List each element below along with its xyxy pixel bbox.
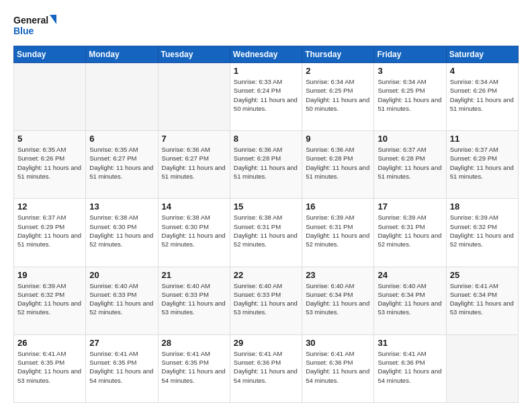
day-info: Sunrise: 6:41 AMSunset: 6:36 PMDaylight:… (306, 349, 370, 385)
day-number: 12 (17, 201, 82, 212)
calendar-cell: 7Sunrise: 6:36 AMSunset: 6:27 PMDaylight… (158, 131, 230, 199)
day-info: Sunrise: 6:35 AMSunset: 6:26 PMDaylight:… (17, 145, 82, 181)
day-info: Sunrise: 6:39 AMSunset: 6:32 PMDaylight:… (450, 213, 515, 248)
day-info: Sunrise: 6:33 AMSunset: 6:24 PMDaylight:… (234, 77, 298, 113)
day-info: Sunrise: 6:38 AMSunset: 6:30 PMDaylight:… (89, 213, 154, 248)
calendar-cell: 19Sunrise: 6:39 AMSunset: 6:32 PMDayligh… (14, 267, 86, 334)
col-header-wednesday: Wednesday (230, 46, 302, 63)
calendar-cell: 30Sunrise: 6:41 AMSunset: 6:36 PMDayligh… (302, 334, 374, 402)
day-info: Sunrise: 6:37 AMSunset: 6:29 PMDaylight:… (17, 213, 82, 248)
day-info: Sunrise: 6:41 AMSunset: 6:34 PMDaylight:… (450, 281, 515, 317)
calendar-cell: 26Sunrise: 6:41 AMSunset: 6:35 PMDayligh… (14, 334, 86, 402)
day-info: Sunrise: 6:34 AMSunset: 6:26 PMDaylight:… (450, 77, 515, 113)
day-info: Sunrise: 6:38 AMSunset: 6:31 PMDaylight:… (234, 213, 298, 248)
day-number: 2 (306, 66, 370, 76)
day-info: Sunrise: 6:37 AMSunset: 6:29 PMDaylight:… (450, 145, 515, 181)
day-info: Sunrise: 6:41 AMSunset: 6:35 PMDaylight:… (162, 349, 226, 385)
day-number: 31 (378, 338, 442, 348)
col-header-tuesday: Tuesday (158, 46, 230, 63)
col-header-monday: Monday (86, 46, 158, 63)
day-number: 25 (450, 270, 515, 280)
day-number: 13 (89, 201, 154, 212)
calendar-week-5: 26Sunrise: 6:41 AMSunset: 6:35 PMDayligh… (14, 334, 519, 402)
day-number: 8 (234, 134, 298, 144)
day-number: 26 (17, 338, 82, 348)
day-number: 15 (234, 201, 298, 212)
day-number: 5 (17, 134, 82, 144)
calendar-cell: 21Sunrise: 6:40 AMSunset: 6:33 PMDayligh… (158, 267, 230, 334)
day-number: 18 (450, 201, 515, 212)
day-info: Sunrise: 6:41 AMSunset: 6:35 PMDaylight:… (17, 349, 82, 385)
calendar-cell: 22Sunrise: 6:40 AMSunset: 6:33 PMDayligh… (230, 267, 302, 334)
day-number: 19 (17, 270, 82, 280)
day-info: Sunrise: 6:39 AMSunset: 6:31 PMDaylight:… (378, 213, 442, 248)
day-info: Sunrise: 6:35 AMSunset: 6:27 PMDaylight:… (89, 145, 154, 181)
calendar-week-4: 19Sunrise: 6:39 AMSunset: 6:32 PMDayligh… (14, 267, 519, 334)
day-number: 20 (89, 270, 154, 280)
calendar-cell: 17Sunrise: 6:39 AMSunset: 6:31 PMDayligh… (374, 199, 446, 267)
day-number: 7 (162, 134, 226, 144)
calendar-cell: 14Sunrise: 6:38 AMSunset: 6:30 PMDayligh… (158, 199, 230, 267)
calendar-cell: 9Sunrise: 6:36 AMSunset: 6:28 PMDaylight… (302, 131, 374, 199)
day-info: Sunrise: 6:40 AMSunset: 6:33 PMDaylight:… (89, 281, 154, 317)
day-number: 14 (162, 201, 226, 212)
calendar-cell: 16Sunrise: 6:39 AMSunset: 6:31 PMDayligh… (302, 199, 374, 267)
svg-marker-2 (50, 15, 56, 24)
calendar-cell: 15Sunrise: 6:38 AMSunset: 6:31 PMDayligh… (230, 199, 302, 267)
day-number: 6 (89, 134, 154, 144)
calendar-cell: 4Sunrise: 6:34 AMSunset: 6:26 PMDaylight… (446, 63, 518, 131)
svg-text:General: General (13, 15, 48, 26)
day-info: Sunrise: 6:41 AMSunset: 6:35 PMDaylight:… (89, 349, 154, 385)
day-number: 24 (378, 270, 442, 280)
calendar-cell: 13Sunrise: 6:38 AMSunset: 6:30 PMDayligh… (86, 199, 158, 267)
day-number: 10 (378, 134, 442, 144)
calendar-cell: 1Sunrise: 6:33 AMSunset: 6:24 PMDaylight… (230, 63, 302, 131)
calendar-cell: 6Sunrise: 6:35 AMSunset: 6:27 PMDaylight… (86, 131, 158, 199)
day-number: 28 (162, 338, 226, 348)
day-info: Sunrise: 6:41 AMSunset: 6:36 PMDaylight:… (234, 349, 298, 385)
calendar-cell: 5Sunrise: 6:35 AMSunset: 6:26 PMDaylight… (14, 131, 86, 199)
day-number: 30 (306, 338, 370, 348)
col-header-friday: Friday (374, 46, 446, 63)
calendar-cell: 23Sunrise: 6:40 AMSunset: 6:34 PMDayligh… (302, 267, 374, 334)
calendar-cell: 3Sunrise: 6:34 AMSunset: 6:25 PMDaylight… (374, 63, 446, 131)
day-info: Sunrise: 6:40 AMSunset: 6:34 PMDaylight:… (306, 281, 370, 317)
calendar-cell: 8Sunrise: 6:36 AMSunset: 6:28 PMDaylight… (230, 131, 302, 199)
logo: GeneralBlue (13, 12, 60, 39)
day-number: 23 (306, 270, 370, 280)
col-header-thursday: Thursday (302, 46, 374, 63)
day-info: Sunrise: 6:36 AMSunset: 6:28 PMDaylight:… (234, 145, 298, 181)
calendar-week-3: 12Sunrise: 6:37 AMSunset: 6:29 PMDayligh… (14, 199, 519, 267)
calendar-table: SundayMondayTuesdayWednesdayThursdayFrid… (13, 46, 519, 403)
day-number: 11 (450, 134, 515, 144)
day-number: 27 (89, 338, 154, 348)
day-info: Sunrise: 6:40 AMSunset: 6:34 PMDaylight:… (378, 281, 442, 317)
calendar-cell: 31Sunrise: 6:41 AMSunset: 6:36 PMDayligh… (374, 334, 446, 402)
day-info: Sunrise: 6:36 AMSunset: 6:27 PMDaylight:… (162, 145, 226, 181)
calendar-week-1: 1Sunrise: 6:33 AMSunset: 6:24 PMDaylight… (14, 63, 519, 131)
day-number: 9 (306, 134, 370, 144)
day-number: 4 (450, 66, 515, 76)
svg-text:Blue: Blue (13, 26, 34, 36)
calendar-cell: 27Sunrise: 6:41 AMSunset: 6:35 PMDayligh… (86, 334, 158, 402)
day-info: Sunrise: 6:37 AMSunset: 6:28 PMDaylight:… (378, 145, 442, 181)
calendar-cell (158, 63, 230, 131)
day-info: Sunrise: 6:36 AMSunset: 6:28 PMDaylight:… (306, 145, 370, 181)
day-info: Sunrise: 6:38 AMSunset: 6:30 PMDaylight:… (162, 213, 226, 248)
calendar-cell: 12Sunrise: 6:37 AMSunset: 6:29 PMDayligh… (14, 199, 86, 267)
calendar-week-2: 5Sunrise: 6:35 AMSunset: 6:26 PMDaylight… (14, 131, 519, 199)
day-info: Sunrise: 6:40 AMSunset: 6:33 PMDaylight:… (162, 281, 226, 317)
calendar-cell: 20Sunrise: 6:40 AMSunset: 6:33 PMDayligh… (86, 267, 158, 334)
calendar-cell: 11Sunrise: 6:37 AMSunset: 6:29 PMDayligh… (446, 131, 518, 199)
calendar-cell (446, 334, 518, 402)
calendar-cell: 28Sunrise: 6:41 AMSunset: 6:35 PMDayligh… (158, 334, 230, 402)
calendar-cell: 29Sunrise: 6:41 AMSunset: 6:36 PMDayligh… (230, 334, 302, 402)
day-info: Sunrise: 6:40 AMSunset: 6:33 PMDaylight:… (234, 281, 298, 317)
calendar-cell: 10Sunrise: 6:37 AMSunset: 6:28 PMDayligh… (374, 131, 446, 199)
day-info: Sunrise: 6:34 AMSunset: 6:25 PMDaylight:… (378, 77, 442, 113)
day-info: Sunrise: 6:39 AMSunset: 6:32 PMDaylight:… (17, 281, 82, 317)
day-number: 21 (162, 270, 226, 280)
header: GeneralBlue (13, 12, 519, 39)
day-number: 17 (378, 201, 442, 212)
day-info: Sunrise: 6:41 AMSunset: 6:36 PMDaylight:… (378, 349, 442, 385)
